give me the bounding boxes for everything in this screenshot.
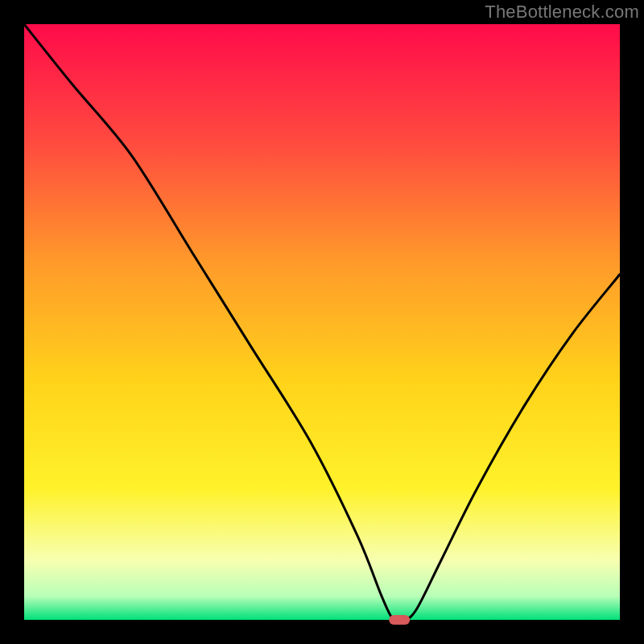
chart-svg <box>0 0 644 644</box>
chart-gradient-area <box>24 24 620 620</box>
watermark-text: TheBottleneck.com <box>485 2 639 23</box>
optimal-marker <box>389 615 410 625</box>
bottleneck-chart: TheBottleneck.com <box>0 0 644 644</box>
